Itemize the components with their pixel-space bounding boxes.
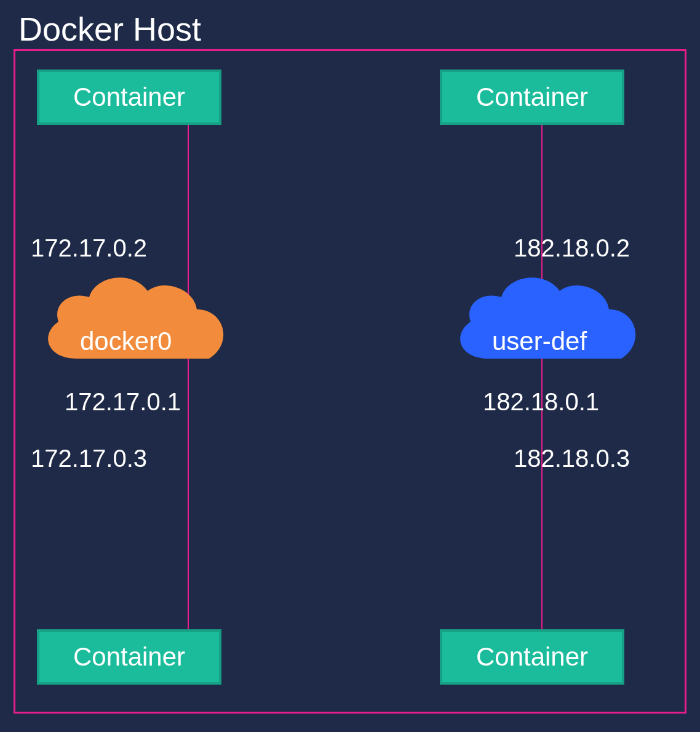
ip-left-bottom: 172.17.0.3	[31, 445, 147, 472]
container-box-bottom-left: Container	[37, 629, 221, 685]
diagram-title: Docker Host	[18, 10, 201, 48]
container-label: Container	[73, 642, 185, 672]
container-label: Container	[476, 642, 588, 672]
cloud-label-docker0: docker0	[80, 327, 172, 356]
ip-right-bottom: 182.18.0.3	[514, 445, 630, 472]
ip-left-top: 172.17.0.2	[31, 234, 147, 262]
ip-right-top: 182.18.0.2	[514, 234, 630, 262]
cloud-icon-userdef	[440, 260, 649, 383]
cloud-icon-docker0	[28, 260, 237, 383]
container-label: Container	[73, 82, 185, 112]
ip-right-gateway: 182.18.0.1	[483, 388, 599, 416]
container-label: Container	[476, 82, 588, 112]
ip-left-gateway: 172.17.0.1	[65, 388, 181, 416]
docker-host-box: Container Container Container Container …	[14, 49, 686, 714]
cloud-label-userdef: user-def	[492, 327, 587, 356]
container-box-top-left: Container	[37, 70, 221, 125]
container-box-bottom-right: Container	[440, 629, 624, 685]
container-box-top-right: Container	[440, 70, 624, 125]
